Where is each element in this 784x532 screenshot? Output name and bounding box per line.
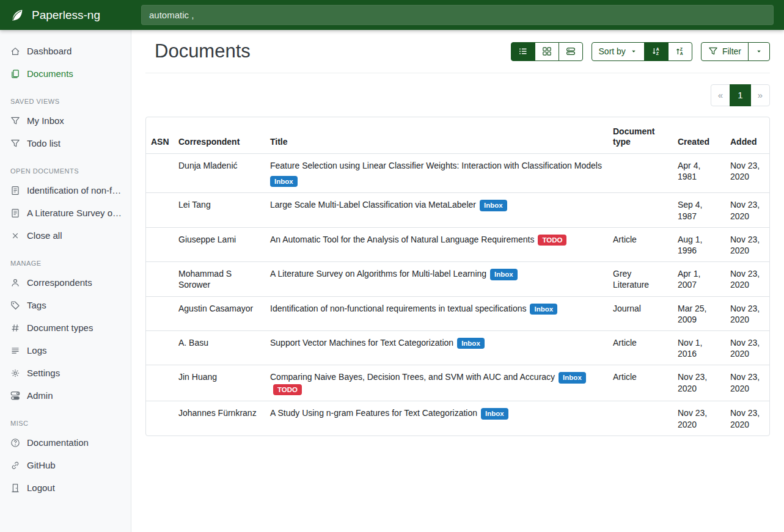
doc-correspondent-link[interactable]: Agustin Casamayor [178,304,253,313]
file-text-icon [10,186,20,195]
doc-title-link[interactable]: An Automatic Tool for the Analysis of Na… [270,235,534,244]
sidebar-item-documentation[interactable]: Documentation [0,431,131,454]
pagination-previous-button[interactable]: « [711,84,730,106]
paperless-app: Paperless-ng DashboardDocumentsSAVED VIE… [0,0,784,532]
pagination-page-button[interactable]: 1 [730,84,751,106]
tag-badge-inbox[interactable]: Inbox [270,176,298,188]
doc-type-link[interactable]: Article [613,372,637,382]
pagination-next-button[interactable]: » [750,84,770,106]
sidebar-section-heading: OPEN DOCUMENTS [0,155,131,179]
file-text-icon [10,208,20,218]
column-header-document-type[interactable]: Document type [608,117,673,154]
doc-tags: Inbox [270,175,603,188]
sidebar-item-my-inbox[interactable]: My Inbox [0,109,131,132]
filter-dropdown-button[interactable] [748,42,770,61]
sort-by-button[interactable]: Sort by [592,42,645,61]
doc-type-link[interactable]: Grey Literature [613,269,649,290]
sidebar-item-label: Tags [27,299,46,312]
sidebar-item-label: Admin [27,389,53,402]
text-lines-icon [10,346,20,355]
sort-alpha-down-icon: AZ [651,46,661,56]
doc-asn-cell [146,227,174,261]
doc-added-cell: Nov 23, 2020 [725,262,770,296]
sidebar-item-label: Todo list [27,137,60,150]
doc-correspondent-cell: A. Basu [174,330,265,365]
tag-badge-inbox[interactable]: Inbox [481,408,508,420]
sort-alpha-down-button[interactable]: AZ [644,42,669,61]
sidebar-item-dashboard[interactable]: Dashboard [0,40,131,62]
cards-view-button[interactable] [559,42,583,61]
doc-correspondent-link[interactable]: Jin Huang [178,372,217,382]
doc-type-cell: Article [608,330,673,365]
sidebar-item-logs[interactable]: Logs [0,339,131,362]
doc-type-link[interactable]: Article [613,338,637,348]
sidebar-item-documents[interactable]: Documents [0,62,131,85]
column-header-correspondent[interactable]: Correspondent [174,117,265,154]
doc-correspondent-cell: Mohammad S Sorower [174,262,265,296]
sidebar-item-logout[interactable]: Logout [0,476,131,499]
doc-title-link[interactable]: Support Vector Machines for Text Categor… [270,338,453,348]
sort-alpha-up-button[interactable]: ZA [668,42,692,61]
doc-correspondent-link[interactable]: Dunja Mladenić [178,161,238,170]
tag-badge-todo[interactable]: TODO [538,235,566,246]
doc-title-cell: Large Scale Multi-Label Classification v… [265,193,608,227]
tag-badge-inbox[interactable]: Inbox [490,269,518,280]
doc-correspondent-link[interactable]: Johannes Fürnkranz [178,408,257,418]
tag-badge-inbox[interactable]: Inbox [559,372,586,384]
doc-correspondent-link[interactable]: Giuseppe Lami [178,235,236,244]
tag-badge-inbox[interactable]: Inbox [457,338,485,349]
tag-badge-todo[interactable]: TODO [273,384,302,396]
doc-type-link[interactable]: Article [613,235,637,244]
table-row: Dunja MladenićFeature Selection using Li… [146,153,770,193]
tag-badge-inbox[interactable]: Inbox [480,200,507,211]
doc-correspondent-cell: Jin Huang [174,365,265,401]
doc-correspondent-link[interactable]: A. Basu [178,338,208,348]
sidebar-item-label: Dashboard [27,45,71,57]
sidebar-item-admin[interactable]: Admin [0,384,131,407]
sidebar-item-github[interactable]: GitHub [0,454,131,476]
link-icon [10,461,20,470]
doc-asn-cell [146,193,174,227]
doc-correspondent-link[interactable]: Mohammad S Sorower [178,269,232,290]
column-header-created[interactable]: Created [673,117,725,154]
filter-button[interactable]: Filter [701,42,749,61]
brand[interactable]: Paperless-ng [0,0,131,30]
doc-title-cell: A Literature Survey on Algorithms for Mu… [265,262,608,296]
search-input[interactable] [141,5,774,25]
doc-type-cell: Journal [608,296,673,330]
doc-title-link[interactable]: Feature Selection using Linear Classifie… [270,161,602,170]
sidebar-item-document-types[interactable]: Document types [0,316,131,339]
column-header-title[interactable]: Title [265,117,608,154]
sidebar-item-tags[interactable]: Tags [0,294,131,316]
sidebar-item-a-literature-survey-on[interactable]: A Literature Survey on … [0,202,131,224]
doc-title-link[interactable]: A Literature Survey on Algorithms for Mu… [270,269,486,279]
grid-view-button[interactable] [535,42,559,61]
hash-icon [10,323,20,333]
sidebar-item-settings[interactable]: Settings [0,362,131,384]
sidebar-item-correspondents[interactable]: Correspondents [0,271,131,294]
sidebar-item-close-all[interactable]: Close all [0,224,131,247]
search-bar [131,0,784,30]
doc-title-link[interactable]: Identification of non-functional require… [270,304,526,313]
sidebar-item-label: Document types [27,321,93,334]
funnel-icon [10,116,20,126]
doc-title-link[interactable]: A Study Using n-gram Features for Text C… [270,408,477,418]
doc-correspondent-cell: Agustin Casamayor [174,296,265,330]
doc-type-link[interactable]: Journal [613,304,641,313]
documents-table-card: ASNCorrespondentTitleDocument typeCreate… [145,117,770,436]
doc-type-cell: Grey Literature [608,262,673,296]
doc-title-link[interactable]: Large Scale Multi-Label Classification v… [270,200,476,210]
documents-icon [10,69,20,79]
column-header-added[interactable]: Added [725,117,770,154]
doc-title-link[interactable]: Comparing Naive Bayes, Decision Trees, a… [270,372,555,382]
sidebar-item-todo-list[interactable]: Todo list [0,132,131,155]
filter-label: Filter [722,46,741,56]
tag-badge-inbox[interactable]: Inbox [530,304,557,315]
column-header-asn[interactable]: ASN [146,117,174,154]
sidebar-item-identification-of-non-fu[interactable]: Identification of non-fu… [0,179,131,202]
doc-type-cell [608,193,673,227]
list-view-button[interactable] [511,42,535,61]
home-icon [10,46,20,56]
doc-title-cell: An Automatic Tool for the Analysis of Na… [265,227,608,261]
doc-correspondent-link[interactable]: Lei Tang [178,200,211,210]
